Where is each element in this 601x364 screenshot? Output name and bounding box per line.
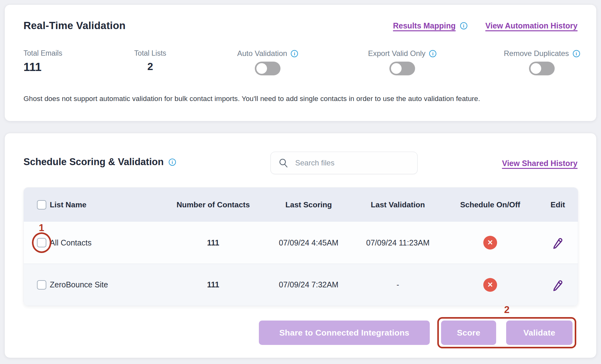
search-files-box[interactable] [270,152,418,174]
results-mapping-link[interactable]: Results Mapping [393,21,456,30]
view-automation-history-link[interactable]: View Automation History [485,21,578,30]
view-shared-history-link[interactable]: View Shared History [502,159,578,168]
contacts-cell: 111 [162,238,265,247]
share-to-connected-integrations-button[interactable]: Share to Connected Integrations [259,321,430,345]
table-row: All Contacts 1 111 07/09/24 4:45AM 07/09… [24,222,578,264]
export-valid-only-label: Export Valid Only [368,49,426,58]
total-lists-label: Total Lists [134,49,166,58]
column-header-schedule-on-off: Schedule On/Off [443,200,537,209]
score-button[interactable]: Score [441,321,496,345]
column-header-list-name: List Name [50,200,86,209]
annotation-label-1: 1 [39,222,44,234]
edit-pencil-icon[interactable] [552,236,564,249]
toggle-knob [531,63,541,74]
last-scoring-cell: 07/09/24 4:45AM [265,238,352,247]
info-icon[interactable]: i [429,50,436,57]
search-icon [278,158,288,168]
row-checkbox-zerobounce-site[interactable] [37,280,46,290]
total-emails-stat: Total Emails 111 [23,49,62,74]
export-valid-only-toggle-group: Export Valid Only i [355,49,449,75]
remove-duplicates-toggle-group: Remove Duplicates i [495,49,589,75]
schedule-scoring-validation-card: Schedule Scoring & Validation i View Sha… [4,133,597,358]
column-header-edit: Edit [537,200,578,209]
last-scoring-cell: 07/09/24 7:32AM [265,280,352,289]
total-emails-value: 111 [23,61,62,74]
total-lists-value: 2 [127,61,174,73]
contacts-cell: 111 [162,280,265,289]
real-time-validation-card: Real-Time Validation Results Mapping i V… [4,4,597,121]
select-all-checkbox[interactable] [37,200,46,210]
validate-button[interactable]: Validate [506,321,573,345]
total-emails-label: Total Emails [23,49,62,58]
remove-duplicates-toggle[interactable] [529,62,555,75]
table-header-row: List Name Number of Contacts Last Scorin… [24,188,578,222]
export-valid-only-toggle[interactable] [389,62,415,75]
search-input[interactable] [295,159,410,167]
annotation-label-2: 2 [504,304,509,316]
list-name-cell: All Contacts [50,238,91,247]
column-header-last-validation: Last Validation [352,200,443,209]
table-row: ZeroBounce Site 111 07/09/24 7:32AM - ✕ [24,264,578,306]
auto-validation-toggle[interactable] [255,62,280,75]
annotation-box-2: 2 Score Validate [437,317,576,348]
total-lists-stat: Total Lists 2 [127,49,174,73]
info-icon[interactable]: i [169,159,176,166]
info-icon[interactable]: i [573,50,580,57]
schedule-off-badge[interactable]: ✕ [483,236,497,250]
last-validation-cell: - [352,280,443,289]
schedule-scoring-validation-title: Schedule Scoring & Validation [23,156,164,168]
info-icon[interactable]: i [291,50,298,57]
list-name-cell: ZeroBounce Site [50,280,108,289]
auto-validation-label: Auto Validation [237,49,287,58]
info-icon[interactable]: i [460,22,467,29]
edit-pencil-icon[interactable] [552,279,564,291]
column-header-last-scoring: Last Scoring [265,200,352,209]
remove-duplicates-label: Remove Duplicates [504,49,569,58]
toggle-knob [391,63,402,74]
real-time-validation-title: Real-Time Validation [23,20,126,32]
column-header-number-of-contacts: Number of Contacts [162,200,265,209]
schedule-off-badge[interactable]: ✕ [483,278,497,292]
ghost-auto-validation-note: Ghost does not support automatic validat… [23,95,578,103]
toggle-knob [256,63,267,74]
last-validation-cell: 07/09/24 11:23AM [352,238,443,247]
auto-validation-toggle-group: Auto Validation i [221,49,315,75]
annotation-circle-1 [32,232,51,253]
scoring-validation-table: List Name Number of Contacts Last Scorin… [23,187,578,306]
